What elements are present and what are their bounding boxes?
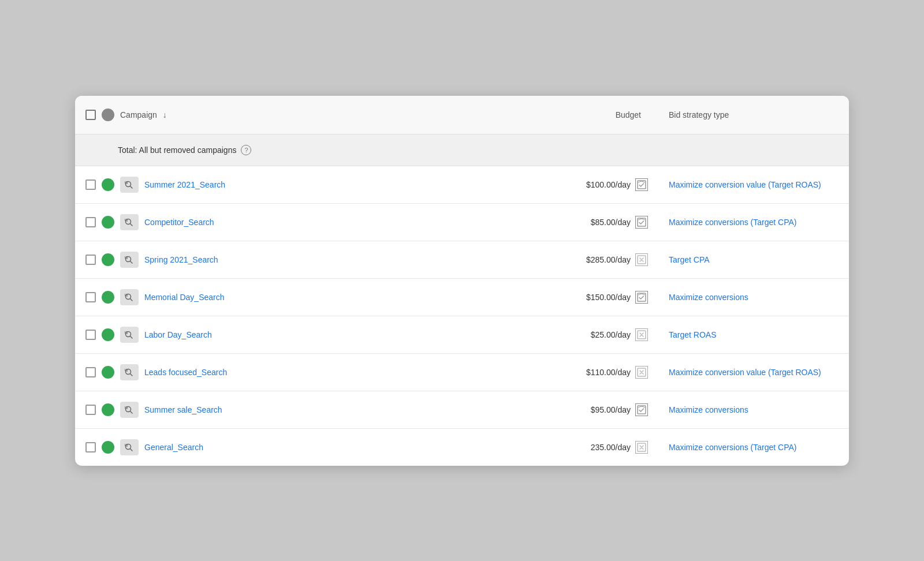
campaign-name-link[interactable]: General_Search	[144, 443, 203, 452]
shared-budget-icon[interactable]	[635, 291, 648, 304]
campaign-type-icon: IQ	[120, 327, 139, 343]
budget-value: $25.00/day	[591, 330, 631, 339]
unshared-budget-icon[interactable]	[635, 366, 648, 379]
status-dot	[102, 253, 114, 266]
svg-text:IQ: IQ	[125, 256, 128, 259]
bid-strategy-cell[interactable]: Maximize conversions (Target CPA)	[658, 207, 849, 237]
unshared-budget-icon[interactable]	[635, 441, 648, 454]
budget-value: $95.00/day	[591, 405, 631, 414]
table-row: IQ Labor Day_Search $25.00/day Target RO…	[75, 316, 849, 354]
budget-column-label: Budget	[616, 110, 641, 119]
row-checkbox[interactable]	[85, 330, 96, 340]
campaign-cell: IQ Labor Day_Search	[75, 316, 468, 353]
campaign-type-icon: IQ	[120, 252, 139, 268]
budget-value: $100.00/day	[586, 180, 631, 189]
svg-text:IQ: IQ	[125, 331, 128, 334]
campaign-name-link[interactable]: Labor Day_Search	[144, 330, 212, 339]
bid-strategy-cell[interactable]: Target ROAS	[658, 320, 849, 350]
budget-cell: $85.00/day	[468, 205, 658, 239]
campaign-name-link[interactable]: Memorial Day_Search	[144, 293, 225, 302]
table-row: IQ Memorial Day_Search $150.00/day Maxim…	[75, 279, 849, 316]
campaign-name-link[interactable]: Leads focused_Search	[144, 368, 227, 377]
sort-arrow-icon[interactable]: ↓	[163, 110, 167, 119]
bid-strategy-cell[interactable]: Maximize conversion value (Target ROAS)	[658, 170, 849, 200]
table-row: IQ Summer 2021_Search $100.00/day Maximi…	[75, 166, 849, 204]
row-checkbox[interactable]	[85, 367, 96, 377]
row-checkbox[interactable]	[85, 292, 96, 302]
bid-strategy-cell[interactable]: Maximize conversion value (Target ROAS)	[658, 357, 849, 387]
total-label-cell: Total: All but removed campaigns ?	[85, 145, 478, 155]
campaigns-table: Campaign ↓ Budget Bid strategy type Tota…	[75, 96, 849, 466]
budget-value: $285.00/day	[586, 255, 631, 264]
help-icon[interactable]: ?	[241, 145, 251, 155]
budget-cell: $25.00/day	[468, 318, 658, 351]
svg-text:IQ: IQ	[125, 293, 128, 297]
table-row: IQ Summer sale_Search $95.00/day Maximiz…	[75, 391, 849, 429]
table-row: IQ Spring 2021_Search $285.00/day Target…	[75, 241, 849, 279]
campaign-name-link[interactable]: Spring 2021_Search	[144, 255, 218, 264]
svg-text:IQ: IQ	[125, 406, 128, 409]
total-bid-cell	[658, 145, 839, 155]
budget-cell: 235.00/day	[468, 431, 658, 464]
svg-rect-9	[638, 218, 646, 226]
unshared-budget-icon[interactable]	[635, 253, 648, 266]
campaign-name-link[interactable]: Summer 2021_Search	[144, 180, 225, 189]
budget-cell: $285.00/day	[468, 243, 658, 276]
status-dot	[102, 441, 114, 454]
row-checkbox[interactable]	[85, 217, 96, 227]
campaign-type-icon: IQ	[120, 214, 139, 230]
campaign-type-icon: IQ	[120, 177, 139, 193]
status-dot	[102, 403, 114, 416]
status-dot	[102, 291, 114, 304]
bid-strategy-column-label: Bid strategy type	[669, 110, 729, 119]
total-budget-cell	[478, 145, 658, 155]
budget-column-header: Budget	[468, 96, 658, 134]
status-dot	[102, 216, 114, 229]
campaign-type-icon: IQ	[120, 364, 139, 380]
row-checkbox[interactable]	[85, 255, 96, 265]
svg-rect-34	[638, 406, 646, 414]
budget-cell: $100.00/day	[468, 168, 658, 201]
campaign-column-label: Campaign	[120, 110, 157, 119]
table-row: IQ Competitor_Search $85.00/day Maximize…	[75, 204, 849, 241]
budget-cell: $150.00/day	[468, 280, 658, 314]
shared-budget-icon[interactable]	[635, 216, 648, 229]
bid-strategy-cell[interactable]: Maximize conversions (Target CPA)	[658, 432, 849, 462]
campaign-cell: IQ Memorial Day_Search	[75, 279, 468, 316]
select-all-checkbox[interactable]	[85, 110, 96, 120]
status-dot	[102, 366, 114, 379]
svg-rect-19	[638, 293, 646, 301]
svg-rect-4	[638, 181, 646, 189]
campaign-name-link[interactable]: Competitor_Search	[144, 218, 214, 227]
status-dot	[102, 328, 114, 341]
campaign-cell: IQ Summer 2021_Search	[75, 166, 468, 203]
bid-strategy-cell[interactable]: Target CPA	[658, 245, 849, 275]
filter-dot[interactable]	[102, 109, 114, 121]
campaign-cell: IQ Summer sale_Search	[75, 391, 468, 428]
bid-strategy-cell[interactable]: Maximize conversions	[658, 282, 849, 312]
table-row: IQ Leads focused_Search $110.00/day Maxi…	[75, 354, 849, 391]
table-row: IQ General_Search 235.00/day Maximize co…	[75, 429, 849, 466]
budget-value: $150.00/day	[586, 293, 631, 302]
campaign-type-icon: IQ	[120, 289, 139, 305]
campaign-type-icon: IQ	[120, 402, 139, 418]
svg-text:IQ: IQ	[125, 181, 128, 184]
shared-budget-icon[interactable]	[635, 178, 648, 191]
row-checkbox[interactable]	[85, 179, 96, 190]
svg-text:IQ: IQ	[125, 443, 128, 447]
bid-strategy-column-header: Bid strategy type	[658, 96, 849, 134]
svg-text:IQ: IQ	[125, 218, 128, 222]
budget-value: $85.00/day	[591, 218, 631, 227]
budget-cell: $110.00/day	[468, 356, 658, 389]
bid-strategy-cell[interactable]: Maximize conversions	[658, 395, 849, 425]
campaign-cell: IQ Leads focused_Search	[75, 354, 468, 391]
row-checkbox[interactable]	[85, 442, 96, 452]
row-checkbox[interactable]	[85, 405, 96, 415]
budget-cell: $95.00/day	[468, 393, 658, 427]
table-header: Campaign ↓ Budget Bid strategy type	[75, 96, 849, 134]
campaign-name-link[interactable]: Summer sale_Search	[144, 405, 222, 414]
svg-text:IQ: IQ	[125, 368, 128, 372]
status-dot	[102, 178, 114, 191]
shared-budget-icon[interactable]	[635, 403, 648, 416]
unshared-budget-icon[interactable]	[635, 328, 648, 341]
